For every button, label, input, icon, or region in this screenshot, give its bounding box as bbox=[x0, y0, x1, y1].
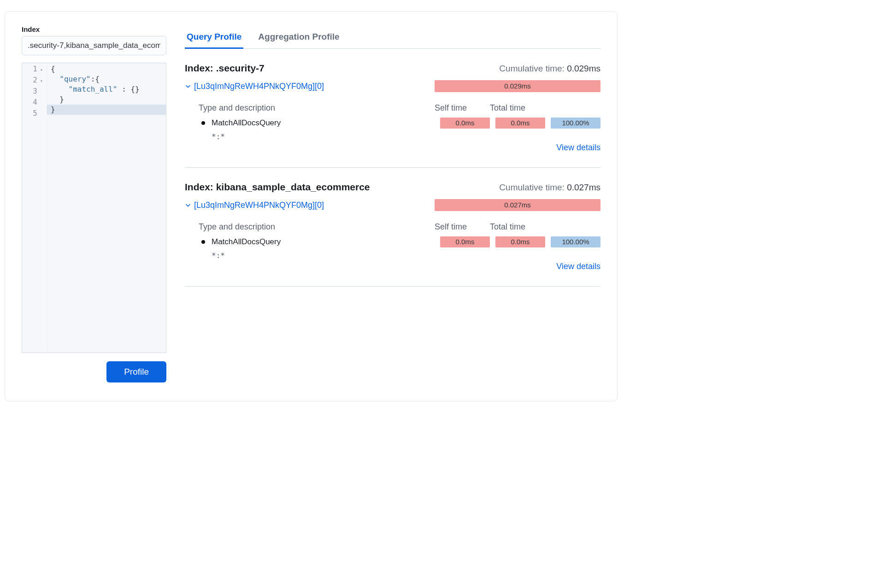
chevron-down-icon[interactable] bbox=[185, 83, 191, 89]
profile-button[interactable]: Profile bbox=[106, 361, 166, 382]
profile-result: Index: kibana_sample_data_ecommerce Cumu… bbox=[185, 168, 600, 287]
bullet-icon bbox=[201, 121, 205, 125]
editor-gutter: 1▾ 2▾ 3 4 5 bbox=[22, 63, 47, 353]
shard-link[interactable]: [Lu3qImNgReWH4PNkQYF0Mg][0] bbox=[194, 200, 324, 210]
profile-card: Index 1▾ 2▾ 3 4 5 { "query":{ "match_all… bbox=[5, 11, 618, 401]
shard-time-bar: 0.029ms bbox=[435, 80, 600, 92]
index-input[interactable] bbox=[22, 36, 166, 55]
query-row: MatchAllDocsQuery 0.0ms 0.0ms 100.00% bbox=[185, 236, 600, 247]
query-type: MatchAllDocsQuery bbox=[212, 237, 440, 247]
view-details-link[interactable]: View details bbox=[556, 143, 600, 152]
self-time-badge: 0.0ms bbox=[440, 236, 490, 247]
query-type: MatchAllDocsQuery bbox=[212, 118, 440, 128]
columns-header: Type and description Self time Total tim… bbox=[185, 103, 600, 113]
cumulative-time: Cumulative time: 0.027ms bbox=[499, 182, 600, 193]
left-panel: Index 1▾ 2▾ 3 4 5 { "query":{ "match_all… bbox=[22, 25, 166, 382]
query-expr: *:* bbox=[212, 132, 600, 141]
tabs: Query Profile Aggregation Profile bbox=[185, 32, 600, 49]
query-expr: *:* bbox=[212, 251, 600, 260]
view-details-link[interactable]: View details bbox=[556, 262, 600, 271]
index-title: Index: .security-7 bbox=[185, 63, 265, 74]
total-time-badge: 0.0ms bbox=[495, 118, 545, 129]
percent-badge: 100.00% bbox=[551, 118, 600, 129]
total-time-badge: 0.0ms bbox=[495, 236, 545, 247]
right-panel: Query Profile Aggregation Profile Index:… bbox=[185, 25, 600, 382]
shard-time-bar: 0.027ms bbox=[435, 199, 600, 211]
query-editor[interactable]: 1▾ 2▾ 3 4 5 { "query":{ "match_all" : {}… bbox=[22, 63, 166, 353]
shard-link[interactable]: [Lu3qImNgReWH4PNkQYF0Mg][0] bbox=[194, 82, 324, 91]
bullet-icon bbox=[201, 240, 205, 244]
percent-badge: 100.00% bbox=[551, 236, 600, 247]
index-label: Index bbox=[22, 25, 166, 33]
self-time-badge: 0.0ms bbox=[440, 118, 490, 129]
tab-query-profile[interactable]: Query Profile bbox=[185, 32, 243, 49]
tab-aggregation-profile[interactable]: Aggregation Profile bbox=[256, 32, 341, 49]
index-title: Index: kibana_sample_data_ecommerce bbox=[185, 182, 370, 193]
profile-result: Index: .security-7 Cumulative time: 0.02… bbox=[185, 49, 600, 168]
editor-code[interactable]: { "query":{ "match_all" : {} } } bbox=[47, 63, 166, 353]
query-row: MatchAllDocsQuery 0.0ms 0.0ms 100.00% bbox=[185, 118, 600, 129]
columns-header: Type and description Self time Total tim… bbox=[185, 222, 600, 232]
chevron-down-icon[interactable] bbox=[185, 202, 191, 208]
cumulative-time: Cumulative time: 0.029ms bbox=[499, 64, 600, 74]
